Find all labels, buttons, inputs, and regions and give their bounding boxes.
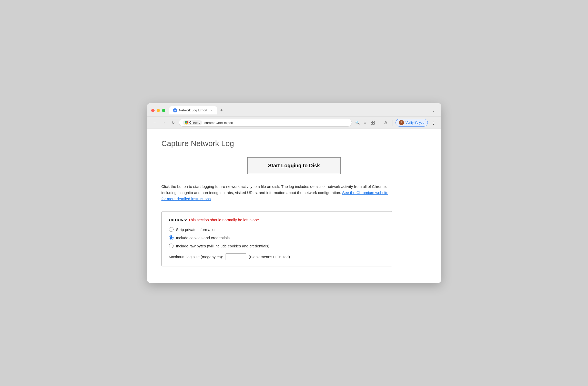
description-text: Click the button to start logging future…	[161, 184, 392, 202]
chrome-label: Chrome	[189, 121, 200, 124]
profile-avatar	[399, 120, 404, 125]
start-button-container: Start Logging to Disk	[161, 157, 427, 174]
svg-rect-2	[371, 121, 373, 122]
bookmark-icon[interactable]: ☆	[362, 119, 368, 126]
lab-icon[interactable]	[382, 119, 389, 126]
page-title: Capture Network Log	[161, 139, 427, 148]
chrome-badge: Chrome	[183, 120, 202, 125]
extension-icon[interactable]	[369, 119, 376, 126]
max-log-label-before: Maximum log size (megabytes):	[169, 255, 223, 259]
search-icon[interactable]: 🔍	[354, 119, 361, 126]
close-button[interactable]	[151, 109, 155, 112]
svg-point-6	[401, 121, 402, 123]
svg-rect-4	[371, 123, 373, 124]
tab-title: Network Log Export	[179, 109, 207, 112]
radio-cookies-label: Include cookies and credentials	[176, 236, 230, 240]
tab-close-button[interactable]: ✕	[209, 108, 213, 112]
options-header-bold: OPTIONS:	[169, 218, 188, 222]
radio-strip-label: Strip private information	[176, 227, 217, 232]
minimize-button[interactable]	[157, 109, 160, 112]
radio-item-rawbytes[interactable]: Include raw bytes (will include cookies …	[169, 244, 385, 248]
options-header: OPTIONS: This section should normally be…	[169, 218, 385, 222]
start-logging-button[interactable]: Start Logging to Disk	[247, 157, 341, 174]
svg-rect-3	[373, 121, 374, 122]
radio-rawbytes-label: Include raw bytes (will include cookies …	[176, 244, 269, 248]
radio-item-strip[interactable]: Strip private information	[169, 227, 385, 232]
new-tab-button[interactable]: +	[218, 107, 225, 114]
radio-item-cookies[interactable]: Include cookies and credentials	[169, 235, 385, 240]
radio-strip[interactable]	[169, 227, 174, 232]
address-bar-row: ← → ↻ Chrome chrome://net-export 🔍 ☆	[147, 117, 441, 129]
svg-rect-5	[373, 123, 374, 124]
max-log-row: Maximum log size (megabytes): (Blank mea…	[169, 253, 385, 260]
tab-favicon: G	[173, 108, 177, 112]
window-menu-button[interactable]: ⌄	[430, 107, 437, 113]
browser-window: G Network Log Export ✕ + ⌄ ← → ↻	[147, 103, 441, 283]
max-log-input[interactable]	[226, 253, 246, 260]
toolbar-separator	[379, 120, 379, 126]
traffic-lights	[151, 109, 165, 112]
tabs-row: G Network Log Export ✕ +	[169, 106, 430, 114]
max-log-label-after: (Blank means unlimited)	[249, 255, 290, 259]
radio-cookies[interactable]	[169, 235, 174, 240]
options-box: OPTIONS: This section should normally be…	[161, 211, 392, 266]
options-header-warning: This section should normally be left alo…	[187, 218, 260, 222]
page-content: Capture Network Log Start Logging to Dis…	[147, 129, 441, 283]
chrome-menu-button[interactable]: ⋮	[430, 119, 437, 126]
svg-point-7	[400, 123, 403, 125]
url-text: chrome://net-export	[204, 121, 348, 125]
radio-rawbytes[interactable]	[169, 244, 174, 248]
chrome-icon	[185, 121, 188, 124]
radio-group: Strip private information Include cookie…	[169, 227, 385, 248]
back-button[interactable]: ←	[151, 119, 158, 126]
toolbar-separator-2	[392, 120, 392, 126]
reload-button[interactable]: ↻	[170, 119, 177, 126]
maximize-button[interactable]	[162, 109, 165, 112]
description-after-link: .	[211, 197, 212, 201]
svg-text:G: G	[174, 110, 176, 111]
verify-profile-button[interactable]: Verify it's you	[396, 119, 428, 127]
title-bar: G Network Log Export ✕ + ⌄	[147, 103, 441, 117]
profile-label: Verify it's you	[405, 121, 424, 124]
active-tab[interactable]: G Network Log Export ✕	[169, 106, 217, 114]
toolbar-icons: 🔍 ☆	[354, 119, 376, 126]
forward-button[interactable]: →	[160, 119, 168, 126]
address-bar[interactable]: Chrome chrome://net-export	[179, 119, 352, 127]
